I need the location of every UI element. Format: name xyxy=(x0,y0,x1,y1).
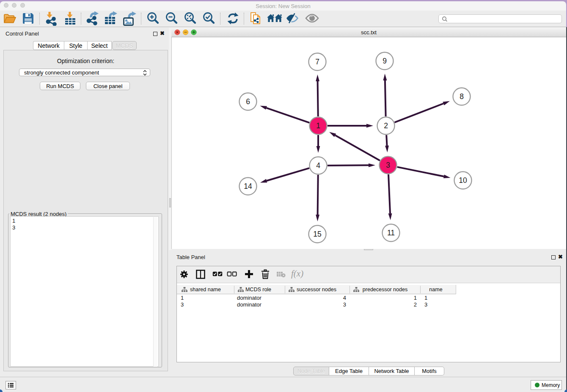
svg-text:11: 11 xyxy=(387,229,395,237)
svg-text:14: 14 xyxy=(244,182,252,190)
svg-text:3: 3 xyxy=(386,161,390,169)
svg-text:6: 6 xyxy=(246,97,250,106)
svg-text:8: 8 xyxy=(460,92,464,101)
svg-text:4: 4 xyxy=(316,161,320,170)
svg-text:15: 15 xyxy=(313,230,321,238)
svg-text:7: 7 xyxy=(315,58,319,66)
svg-text:1: 1 xyxy=(316,121,320,130)
svg-text:10: 10 xyxy=(459,176,467,185)
svg-text:9: 9 xyxy=(383,57,387,65)
svg-text:2: 2 xyxy=(384,121,388,130)
